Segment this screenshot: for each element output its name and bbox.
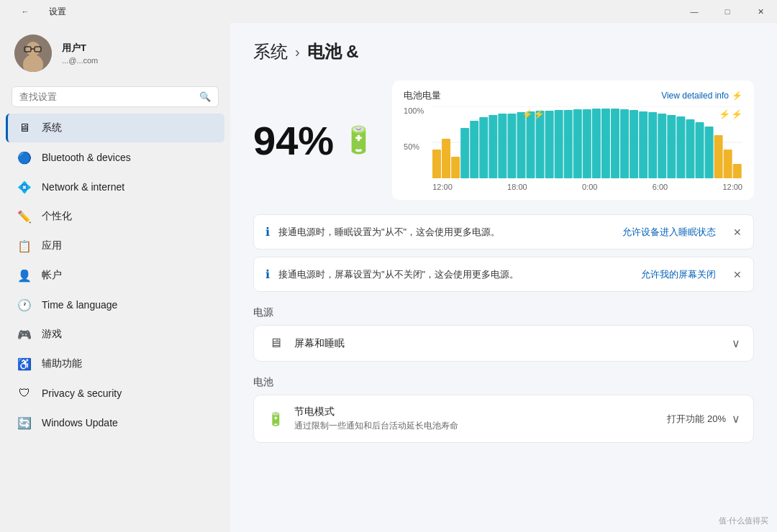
svg-rect-26: [592, 109, 601, 178]
y-label-100: 100%: [404, 106, 424, 115]
svg-rect-37: [696, 122, 704, 178]
bluetooth-nav-icon: 🔵: [17, 150, 32, 165]
personal-nav-icon: ✏️: [17, 209, 32, 224]
sidebar-item-network[interactable]: 💠 Network & internet: [6, 173, 224, 201]
power-settings-card: 🖥 屏幕和睡眠 ∨: [253, 325, 754, 362]
screen-icon: 🖥: [267, 336, 284, 351]
breadcrumb-parent: 系统: [253, 40, 288, 63]
search-box[interactable]: 🔍: [12, 86, 219, 107]
avatar: [14, 35, 52, 72]
svg-rect-39: [714, 135, 723, 178]
power-section-header: 电源: [253, 306, 754, 319]
battery-settings-card: 🔋 节电模式 通过限制一些通知和后台活动延长电池寿命 打开功能 20% ∨: [253, 395, 754, 443]
sidebar-item-personal[interactable]: ✏️ 个性化: [6, 202, 224, 231]
svg-rect-12: [460, 128, 469, 178]
app-content: 用户T ...@...com 🔍 🖥 系统 🔵 Bluetooth & devi…: [0, 23, 777, 532]
battery-percent-section: 94% 🔋: [253, 81, 375, 200]
notif-action-1[interactable]: 允许我的屏幕关闭: [641, 268, 716, 281]
svg-rect-28: [611, 109, 619, 178]
power-saving-row[interactable]: 🔋 节电模式 通过限制一些通知和后台活动延长电池寿命 打开功能 20% ∨: [254, 395, 753, 442]
svg-rect-32: [648, 112, 657, 178]
svg-rect-35: [677, 116, 686, 178]
svg-rect-21: [545, 111, 554, 178]
power-saving-icon: 🔋: [267, 411, 284, 427]
network-nav-icon: 💠: [17, 180, 32, 194]
time-nav-label: Time & language: [42, 299, 117, 311]
titlebar-left: ← 设置: [9, 0, 66, 23]
info-icon-1: ℹ: [265, 267, 270, 281]
breadcrumb-separator: ›: [295, 44, 300, 60]
svg-rect-40: [724, 150, 732, 178]
back-button[interactable]: ←: [9, 0, 42, 23]
user-section[interactable]: 用户T ...@...com: [0, 23, 230, 83]
notification-card-0: ℹ 接通电源时，睡眠设置为"从不"，这会使用更多电源。 允许设备进入睡眠状态 ✕: [253, 214, 754, 249]
notif-text-0: 接通电源时，睡眠设置为"从不"，这会使用更多电源。: [278, 226, 614, 239]
svg-rect-36: [686, 119, 695, 178]
chart-svg: ⚡⚡⚡⚡: [432, 106, 742, 178]
sidebar-item-system[interactable]: 🖥 系统: [6, 114, 224, 142]
svg-rect-16: [499, 114, 507, 178]
svg-rect-14: [480, 117, 489, 178]
user-info: 用户T ...@...com: [62, 42, 98, 65]
titlebar: ← 设置 — □ ✕: [0, 0, 777, 23]
screen-sleep-row[interactable]: 🖥 屏幕和睡眠 ∨: [254, 326, 753, 361]
svg-rect-19: [527, 111, 535, 178]
sidebar-item-apps[interactable]: 📋 应用: [6, 231, 224, 260]
svg-text:⚡: ⚡: [731, 109, 742, 119]
svg-rect-13: [470, 121, 478, 178]
sidebar: 用户T ...@...com 🔍 🖥 系统 🔵 Bluetooth & devi…: [0, 23, 230, 532]
sidebar-item-update[interactable]: 🔄 Windows Update: [6, 408, 224, 437]
user-email: ...@...com: [62, 56, 98, 65]
svg-rect-23: [564, 110, 573, 178]
svg-rect-15: [489, 115, 498, 178]
chart-title: 电池电量: [404, 89, 441, 102]
x-label-1200b: 12:00: [722, 183, 742, 191]
maximize-button[interactable]: □: [711, 0, 744, 23]
sidebar-item-access[interactable]: ♿ 辅助功能: [6, 349, 224, 378]
gaming-nav-label: 游戏: [42, 328, 62, 341]
privacy-nav-icon: 🛡: [17, 386, 32, 400]
svg-rect-27: [601, 109, 610, 178]
info-icon-0: ℹ: [265, 225, 270, 239]
notification-card-1: ℹ 接通电源时，屏幕设置为"从不关闭"，这会使用更多电源。 允许我的屏幕关闭 ✕: [253, 257, 754, 292]
sidebar-item-bluetooth[interactable]: 🔵 Bluetooth & devices: [6, 143, 224, 172]
svg-rect-24: [573, 109, 582, 178]
apps-nav-icon: 📋: [17, 239, 32, 253]
top-section: 94% 🔋 电池电量 View detailed info ⚡ 100%: [253, 81, 754, 200]
sidebar-item-time[interactable]: 🕐 Time & language: [6, 290, 224, 319]
svg-rect-33: [658, 114, 667, 178]
nav-list: 🖥 系统 🔵 Bluetooth & devices 💠 Network & i…: [0, 113, 230, 438]
power-saving-desc: 通过限制一些通知和后台活动延长电池寿命: [294, 420, 657, 432]
notif-close-1[interactable]: ✕: [733, 269, 742, 280]
update-nav-icon: 🔄: [17, 416, 32, 430]
search-input[interactable]: [19, 91, 194, 102]
chart-link[interactable]: View detailed info ⚡: [661, 91, 742, 101]
sidebar-item-gaming[interactable]: 🎮 游戏: [6, 320, 224, 349]
sidebar-item-account[interactable]: 👤 帐户: [6, 261, 224, 290]
notif-close-0[interactable]: ✕: [733, 226, 742, 238]
bluetooth-nav-label: Bluetooth & devices: [42, 152, 131, 163]
svg-rect-11: [451, 157, 460, 178]
user-name: 用户T: [62, 42, 98, 55]
chevron-down-icon: ∨: [732, 336, 740, 350]
svg-rect-25: [583, 109, 591, 178]
breadcrumb-current: 电池 &: [307, 40, 359, 63]
svg-rect-41: [733, 164, 742, 178]
access-nav-label: 辅助功能: [42, 357, 82, 370]
sidebar-item-privacy[interactable]: 🛡 Privacy & security: [6, 379, 224, 408]
svg-rect-18: [517, 112, 526, 178]
battery-section-header: 电池: [253, 376, 754, 389]
main-panel: 系统 › 电池 & 94% 🔋 电池电量 View detailed info …: [230, 23, 777, 532]
notif-action-0[interactable]: 允许设备进入睡眠状态: [622, 226, 716, 239]
close-button[interactable]: ✕: [744, 0, 777, 23]
svg-rect-31: [639, 111, 648, 178]
y-label-50: 50%: [404, 142, 424, 151]
notifications-container: ℹ 接通电源时，睡眠设置为"从不"，这会使用更多电源。 允许设备进入睡眠状态 ✕…: [253, 214, 754, 292]
power-saving-content: 节电模式 通过限制一些通知和后台活动延长电池寿命: [294, 405, 657, 432]
svg-rect-22: [555, 110, 563, 178]
minimize-button[interactable]: —: [678, 0, 711, 23]
network-nav-label: Network & internet: [42, 181, 124, 193]
svg-text:⚡: ⚡: [533, 109, 545, 119]
account-nav-icon: 👤: [17, 268, 32, 283]
personal-nav-label: 个性化: [42, 210, 72, 223]
